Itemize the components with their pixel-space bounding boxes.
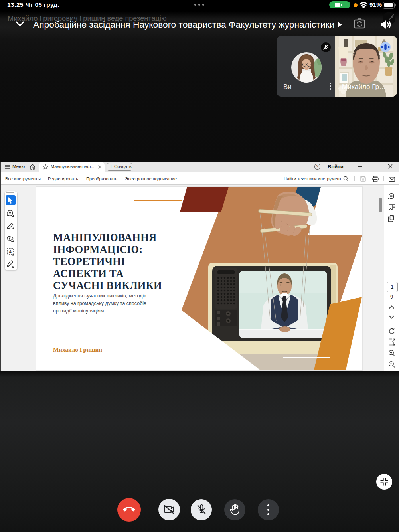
svg-text:Михайло Гр…: Михайло Гр… [342, 83, 386, 91]
svg-text:A: A [9, 249, 12, 254]
